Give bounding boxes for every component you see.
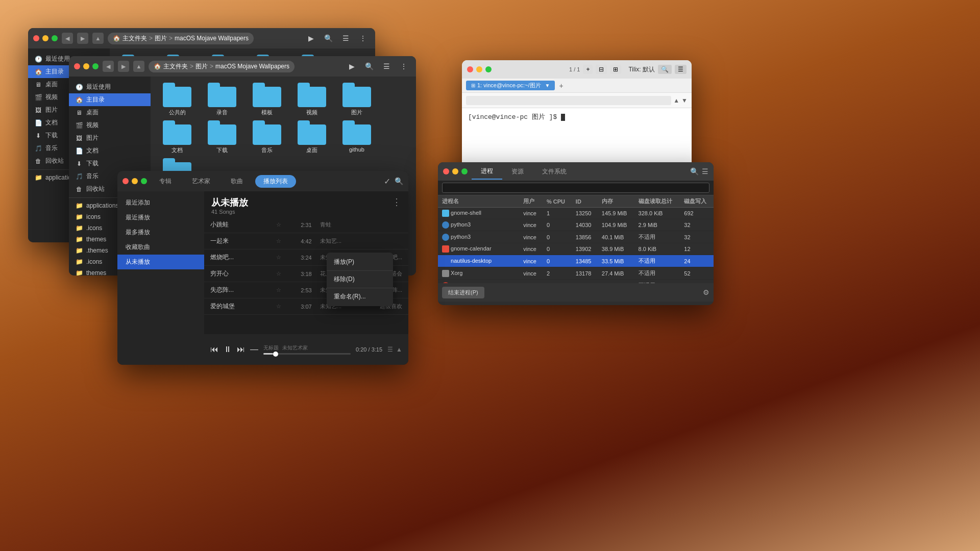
song-star-2[interactable]: ☆	[265, 238, 292, 244]
nav-forward-btn[interactable]: ▶	[77, 33, 88, 44]
close-tab-icon[interactable]: ▼	[545, 83, 550, 88]
front-sidebar-home[interactable]: 🏠 主目录	[69, 93, 151, 106]
col-name[interactable]: 进程名	[438, 195, 519, 208]
volume-down-icon[interactable]: —	[250, 345, 258, 354]
search-up-btn[interactable]: ▲	[673, 97, 679, 104]
terminal-search-btn[interactable]: 🔍	[658, 65, 672, 74]
maximize-button-music[interactable]	[141, 178, 147, 184]
play-btn-front[interactable]: ▶	[345, 59, 359, 73]
traffic-lights-music[interactable]	[122, 178, 147, 184]
front-file-docs[interactable]: 文档	[157, 120, 198, 154]
traffic-lights-terminal[interactable]	[467, 66, 492, 72]
ctx-rename[interactable]: 重命名(R)...	[327, 289, 393, 304]
song-star-3[interactable]: ☆	[265, 254, 292, 261]
music-sidebar-recently-added[interactable]: 最近添加	[117, 195, 204, 210]
music-sidebar-never-played[interactable]: 从未播放	[117, 255, 204, 269]
view-list-btn-back[interactable]: ☰	[338, 31, 353, 45]
song-row-2[interactable]: 一起来 ☆ 4:42 未知艺...	[204, 233, 408, 249]
breadcrumb-front[interactable]: 🏠 主文件夹 > 图片 > macOS Mojave Wallpapers	[149, 61, 295, 72]
front-sidebar-desktop[interactable]: 🖥 桌面	[69, 106, 151, 119]
progress-bar[interactable]	[263, 353, 351, 355]
search-btn-front[interactable]: 🔍	[362, 59, 376, 73]
music-sidebar-most-played[interactable]: 最多播放	[117, 225, 204, 240]
list-icon[interactable]: ☰	[387, 346, 393, 353]
new-tab-plus-btn[interactable]: +	[559, 82, 563, 90]
close-button-music[interactable]	[122, 178, 129, 184]
tab-processes[interactable]: 进程	[472, 164, 502, 180]
new-tab-btn-terminal[interactable]: +	[583, 65, 593, 74]
sysmon-search-input[interactable]	[442, 183, 709, 193]
music-sidebar-recently-played[interactable]: 最近播放	[117, 210, 204, 225]
front-sidebar-pictures[interactable]: 🖼 图片	[69, 132, 151, 144]
view-list-btn-front[interactable]: ☰	[379, 59, 394, 73]
front-file-recordings[interactable]: 录音	[202, 83, 242, 116]
minimize-button-back[interactable]	[42, 35, 48, 41]
sysmon-settings-icon[interactable]: ⚙	[703, 288, 709, 296]
breadcrumb-pictures[interactable]: 图片	[155, 34, 167, 43]
tab-playlist[interactable]: 播放列表	[255, 175, 296, 188]
sysmon-menu-icon[interactable]: ☰	[702, 167, 708, 176]
terminal-menu-btn[interactable]: ☰	[675, 65, 687, 74]
close-button-terminal[interactable]	[467, 66, 473, 72]
nav-back-btn[interactable]: ◀	[62, 33, 73, 44]
front-file-pictures[interactable]: 图片	[336, 83, 377, 116]
breadcrumb-pictures2[interactable]: 图片	[195, 62, 208, 71]
front-sidebar-docs[interactable]: 📄 文档	[69, 144, 151, 157]
music-sidebar-favorites[interactable]: 收藏歌曲	[117, 240, 204, 255]
breadcrumb-wallpapers[interactable]: macOS Mojave Wallpapers	[175, 35, 249, 42]
proc-row-python3-2[interactable]: python3 vince 0 13856 40.1 MiB 不适用 32	[438, 231, 714, 243]
traffic-lights-front[interactable]	[74, 63, 99, 69]
traffic-lights-back[interactable]	[33, 35, 58, 41]
song-star-6[interactable]: ☆	[265, 303, 292, 310]
sysmon-search-icon[interactable]: 🔍	[690, 167, 699, 176]
caret-icon[interactable]: ▲	[396, 346, 402, 353]
front-file-video[interactable]: 视频	[291, 83, 332, 116]
breadcrumb-wallpapers2[interactable]: macOS Mojave Wallpapers	[215, 63, 289, 70]
tab-filesystem[interactable]: 文件系统	[533, 164, 576, 179]
search-down-btn[interactable]: ▼	[681, 97, 688, 104]
minimize-button-terminal[interactable]	[476, 66, 482, 72]
minimize-button-music[interactable]	[132, 178, 138, 184]
proc-row-gnome-cal[interactable]: gnome-calendar vince 0 13902 38.9 MiB 8.…	[438, 243, 714, 255]
music-search-icon[interactable]: 🔍	[395, 177, 403, 185]
front-file-desktop[interactable]: 桌面	[291, 120, 332, 154]
close-button-back[interactable]	[33, 35, 39, 41]
nav-up-btn[interactable]: ▲	[92, 33, 104, 44]
check-icon[interactable]: ✓	[384, 177, 390, 186]
play-btn-back[interactable]: ▶	[304, 31, 318, 45]
music-menu-icon[interactable]: ⋮	[392, 196, 401, 208]
proc-row-xorg[interactable]: Xorg vince 2 13178 27.4 MiB 不适用 52	[438, 267, 714, 280]
minimize-button-front[interactable]	[83, 63, 89, 69]
view-options-btn-front[interactable]: ⋮	[397, 59, 411, 73]
front-file-public[interactable]: 公共的	[157, 83, 198, 116]
front-sidebar-video[interactable]: 🎬 视频	[69, 119, 151, 132]
song-row-1[interactable]: 小跳蛙 ☆ 2:31 青蛙	[204, 217, 408, 233]
col-read[interactable]: 磁盘读取总计	[634, 195, 680, 208]
close-button-front[interactable]	[74, 63, 80, 69]
search-btn-back[interactable]: 🔍	[321, 31, 335, 45]
song-star-4[interactable]: ☆	[265, 270, 292, 277]
progress-thumb[interactable]	[273, 352, 278, 357]
front-file-templates[interactable]: 模板	[247, 83, 287, 116]
nav-up-btn-front[interactable]: ▲	[133, 61, 144, 72]
maximize-button-terminal[interactable]	[485, 66, 492, 72]
ctx-play[interactable]: 播放(P)	[327, 255, 393, 269]
proc-row-goa[interactable]: goa-daemon vince 0 13469 25.8 MiB 不适用	[438, 280, 714, 283]
front-file-downloads[interactable]: 下载	[202, 120, 242, 154]
front-sidebar-downloads[interactable]: ⬇ 下载	[69, 157, 151, 170]
view-options-btn-back[interactable]: ⋮	[356, 31, 370, 45]
col-id[interactable]: ID	[572, 195, 598, 208]
end-process-button[interactable]: 结束进程(P)	[442, 287, 484, 298]
proc-row-nautilus[interactable]: nautilus-desktop vince 0 13485 33.5 MiB …	[438, 255, 714, 267]
terminal-search-input[interactable]	[466, 96, 671, 105]
breadcrumb-back[interactable]: 🏠 主文件夹 > 图片 > macOS Mojave Wallpapers	[108, 33, 254, 44]
progress-area[interactable]: 无标题 未知艺术家	[263, 344, 351, 355]
col-cpu[interactable]: % CPU	[543, 195, 572, 208]
song-star-1[interactable]: ☆	[265, 221, 292, 228]
tab-songs[interactable]: 歌曲	[223, 175, 251, 188]
play-pause-button[interactable]: ⏸	[224, 345, 232, 354]
maximize-button-sysmon[interactable]	[461, 168, 468, 174]
minimize-button-sysmon[interactable]	[452, 168, 458, 174]
prev-button[interactable]: ⏮	[210, 345, 218, 354]
col-mem[interactable]: 内存	[598, 195, 634, 208]
